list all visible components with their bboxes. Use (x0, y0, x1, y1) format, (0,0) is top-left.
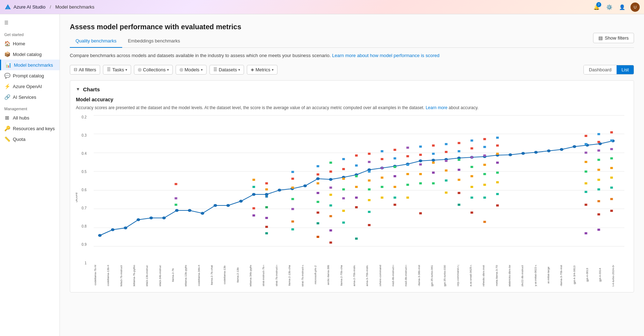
scatter-dot (610, 167, 613, 169)
scatter-dot (394, 197, 396, 199)
dot-13 (252, 193, 256, 196)
scatter-dot (585, 182, 587, 184)
sidebar-item-ai-services[interactable]: 🔗 AI Services (0, 92, 59, 102)
tab-embeddings-benchmarks[interactable]: Embeddings benchmarks (122, 35, 186, 48)
scatter-dot (496, 193, 499, 195)
scatter-dot (317, 173, 319, 175)
dot-15 (278, 189, 281, 192)
account-icon[interactable]: 👤 (618, 3, 626, 11)
x-axis-label: mistral-instruct-7b-v01 (262, 265, 275, 286)
metrics-filter-button[interactable]: ◈ Metrics ▾ (247, 65, 277, 75)
scatter-dot (458, 192, 460, 194)
scatter-dot (265, 188, 268, 190)
scatter-dot (368, 179, 370, 182)
scatter-dot (483, 173, 486, 175)
dot-14 (265, 193, 269, 196)
sidebar-toggle-button[interactable]: ☰ (0, 17, 59, 28)
home-icon: 🏠 (4, 41, 10, 46)
sidebar-item-quota[interactable]: 📏 Quota (0, 134, 59, 144)
tab-quality-benchmarks[interactable]: Quality benchmarks (70, 35, 122, 48)
ai-services-icon: 🔗 (4, 94, 10, 100)
scatter-dot (471, 147, 473, 149)
sidebar-item-all-hubs[interactable]: ⊞ All hubs (0, 112, 59, 123)
dot-1 (98, 234, 102, 237)
scatter-dot (394, 186, 396, 188)
datasets-label: Datasets (219, 67, 237, 72)
learn-more-link[interactable]: Learn more about how model performance i… (332, 53, 439, 58)
avatar[interactable]: U (630, 2, 640, 12)
x-axis-label: xfella3-34b-instruct-hf (159, 265, 171, 286)
scatter-dot (342, 222, 345, 224)
scatter-dot (291, 208, 294, 210)
x-axis-labels: codellama-7b-hfcodellama-13b-hfxfella3-7… (94, 265, 624, 286)
scatter-dot (291, 171, 294, 173)
scatter-dot (585, 191, 587, 193)
scatter-dot (585, 170, 587, 173)
x-axis-label: xfella3-13b-instruct-hf (145, 265, 158, 286)
scatter-dot (597, 213, 600, 215)
resources-keys-icon: 🔑 (4, 126, 10, 131)
scatter-dot (355, 154, 358, 157)
scatter-dot (265, 182, 268, 184)
y-tick-06: 0.6 (82, 188, 87, 192)
section-header[interactable]: ▼ Charts (76, 86, 628, 92)
sidebar-item-resources-keys[interactable]: 🔑 Resources and keys (0, 123, 59, 134)
scatter-dot (496, 172, 499, 174)
y-tick-05: 0.5 (82, 170, 87, 174)
tasks-icon: ☰ (107, 67, 111, 72)
scatter-dot (445, 143, 447, 145)
y-label-score: Score (76, 192, 78, 203)
tasks-chevron-icon: ▾ (125, 68, 127, 72)
list-view-button[interactable]: List (617, 65, 634, 74)
notifications-icon[interactable]: 🔔 7 (592, 3, 601, 11)
tasks-filter-button[interactable]: ☰ Tasks ▾ (103, 65, 131, 75)
scatter-dot (597, 229, 600, 231)
scatter-dot (483, 221, 486, 223)
sidebar-item-azure-openai[interactable]: ⚡ Azure OpenAI (0, 81, 59, 92)
x-axis-label: ofcorp-command-r-plus (456, 265, 469, 286)
scatter-dot (355, 164, 358, 167)
sidebar-item-home[interactable]: 🏠 Home (0, 38, 59, 49)
scatter-dot (329, 170, 332, 173)
sidebar-item-label: AI Services (13, 95, 36, 100)
scatter-dot (355, 197, 358, 199)
scatter-dot (317, 236, 319, 238)
scatter-dot (265, 206, 268, 208)
sidebar-item-model-catalog[interactable]: 📦 Model catalog (0, 49, 59, 60)
dot-3 (124, 226, 127, 229)
scatter-dot (597, 133, 600, 135)
scatter-dot (253, 179, 255, 181)
scatter-dot (381, 177, 383, 179)
dot-11 (227, 204, 230, 207)
x-axis-label: llama-2-13b-chat (288, 265, 301, 286)
sidebar-item-label: Model benchmarks (14, 62, 53, 68)
main-layout: ☰ Get started 🏠 Home 📦 Model catalog 📊 M… (0, 14, 644, 336)
scatter-dot (610, 157, 613, 159)
show-filters-button[interactable]: ▤ Show filters (593, 33, 634, 43)
chart-learn-more-link[interactable]: Learn more (426, 105, 447, 110)
scatter-dot (342, 158, 345, 160)
scatter-dot (406, 155, 409, 157)
sidebar-item-prompt-catalog[interactable]: 💬 Prompt catalog (0, 70, 59, 81)
scatter-dot (381, 158, 383, 160)
collections-filter-button[interactable]: ◎ Collections ▾ (134, 65, 173, 75)
all-filters-button[interactable]: ⊟ All filters (70, 65, 100, 75)
dashboard-view-button[interactable]: Dashboard (584, 65, 617, 74)
datasets-filter-button[interactable]: ☰ Datasets ▾ (209, 65, 244, 75)
page-description: Compare benchmarks across models and dat… (70, 52, 634, 59)
models-filter-button[interactable]: ◎ Models ▾ (176, 65, 207, 75)
dot-7 (175, 209, 178, 212)
scatter-dot (432, 172, 435, 174)
sidebar-item-model-benchmarks[interactable]: 📊 Model benchmarks (0, 60, 59, 70)
models-icon: ◎ (180, 67, 183, 72)
settings-icon[interactable]: ⚙️ (605, 3, 613, 11)
scatter-dot (368, 170, 370, 173)
dot-2 (111, 228, 114, 231)
scatter-dot (368, 211, 370, 213)
x-axis-label: arctic-llama-38b (327, 265, 339, 286)
app-name: Azure AI Studio (14, 4, 46, 10)
x-axis-label: mistral-7b-instruct-v01 (275, 265, 288, 286)
scatter-dot (394, 166, 396, 168)
x-axis-label: microsoft-phi-2 (314, 265, 327, 286)
scatter-dot (342, 178, 345, 180)
